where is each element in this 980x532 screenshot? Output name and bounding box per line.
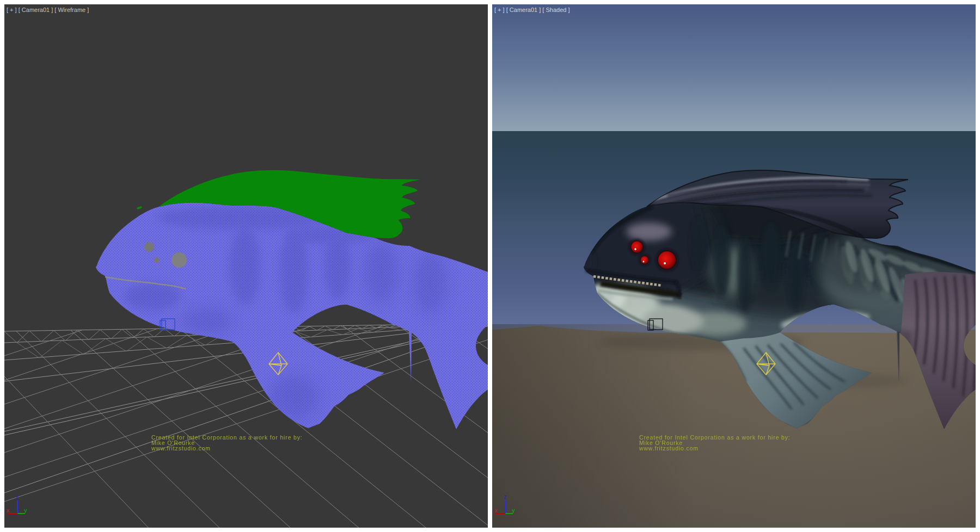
svg-text:[ + ] [ Camera01 ] [ Wireframe: [ + ] [ Camera01 ] [ Wireframe ] — [7, 7, 89, 13]
svg-text:[ + ] [ Camera01 ] [ Shaded ]: [ + ] [ Camera01 ] [ Shaded ] — [494, 7, 570, 13]
svg-text:z: z — [16, 493, 19, 500]
svg-text:y: y — [24, 507, 27, 514]
svg-text:x: x — [7, 507, 10, 514]
svg-text:x: x — [494, 507, 498, 514]
svg-text:www.fritzstudio.com: www.fritzstudio.com — [639, 445, 699, 451]
svg-text:y: y — [512, 507, 515, 514]
svg-text:www.fritzstudio.com: www.fritzstudio.com — [151, 445, 211, 451]
svg-text:z: z — [504, 493, 507, 500]
